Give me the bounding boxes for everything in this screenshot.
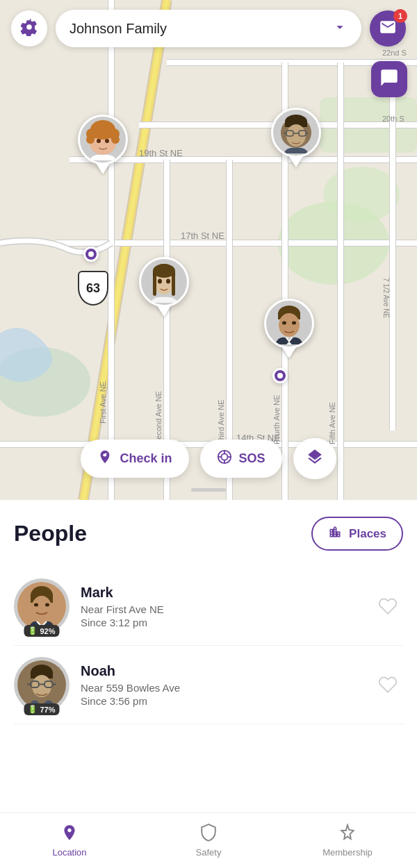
- person-name-noah: Noah: [81, 663, 361, 679]
- battery-icon-noah: 🔋: [28, 705, 38, 714]
- avatar-mark: [264, 299, 314, 349]
- person-name-mark: Mark: [81, 585, 361, 601]
- svg-point-78: [34, 603, 38, 607]
- svg-point-49: [286, 124, 306, 147]
- family-selector[interactable]: Johnson Family: [56, 10, 361, 47]
- envelope-icon: [379, 18, 397, 39]
- person-time-noah: Since 3:56 pm: [81, 695, 361, 707]
- sos-button[interactable]: SOS: [200, 440, 282, 478]
- pin-tail: [157, 306, 171, 317]
- svg-point-59: [158, 279, 162, 284]
- avatar-pin-man-glasses[interactable]: [271, 108, 321, 167]
- battery-icon: 🔋: [28, 626, 38, 635]
- svg-point-43: [111, 135, 120, 144]
- nav-item-location[interactable]: Location: [0, 817, 139, 865]
- app-header: Johnson Family 1: [0, 0, 417, 57]
- pin-tail: [289, 156, 303, 167]
- location-marker-1: [83, 247, 99, 262]
- drag-handle: [191, 488, 226, 492]
- highway-number: 63: [86, 281, 100, 296]
- person-card-mark[interactable]: 🔋 92% Mark Near First Ave NE Since 3:12 …: [14, 567, 403, 646]
- location-nav-label: Location: [52, 847, 86, 858]
- map-view[interactable]: 19th St NE 17th St NE 14th St NE 22nd S …: [0, 0, 417, 500]
- svg-point-2: [323, 167, 400, 222]
- svg-text:20th S: 20th S: [382, 115, 404, 123]
- battery-badge-mark: 🔋 92%: [24, 625, 59, 637]
- svg-rect-61: [153, 275, 156, 296]
- svg-text:Second Ave NE: Second Ave NE: [154, 391, 163, 444]
- svg-text:17th St NE: 17th St NE: [181, 231, 224, 241]
- person-info-mark: Mark Near First Ave NE Since 3:12 pm: [81, 585, 361, 628]
- pin-tail: [282, 347, 296, 358]
- avatar-pin-woman1[interactable]: [78, 115, 128, 174]
- svg-point-44: [97, 139, 101, 143]
- family-name-label: Johnson Family: [70, 21, 167, 37]
- avatar-pin-woman2[interactable]: [139, 257, 189, 317]
- checkin-icon: [97, 449, 113, 468]
- person-location-mark: Near First Ave NE: [81, 603, 361, 615]
- settings-button[interactable]: [11, 10, 47, 47]
- battery-badge-noah: 🔋 77%: [24, 703, 59, 715]
- avatar-wrap-noah: 🔋 77%: [14, 657, 70, 712]
- svg-text:First Ave NE: First Ave NE: [99, 381, 107, 424]
- safety-nav-icon: [199, 824, 218, 844]
- avatar-wrap-mark: 🔋 92%: [14, 578, 70, 634]
- heart-button-mark[interactable]: [373, 591, 403, 621]
- people-title: People: [14, 521, 87, 546]
- avatar-woman2: [139, 257, 189, 307]
- membership-nav-icon: [338, 824, 357, 844]
- checkin-button[interactable]: Check in: [81, 440, 188, 478]
- chat-bubble-button[interactable]: [371, 61, 407, 97]
- avatar-noah: [271, 108, 321, 158]
- sos-icon: [217, 449, 232, 468]
- svg-point-42: [86, 135, 95, 144]
- svg-point-67: [292, 322, 296, 325]
- nav-item-membership[interactable]: Membership: [278, 817, 417, 865]
- svg-text:Fourth Ave NE: Fourth Ave NE: [272, 395, 281, 444]
- battery-percent-noah: 77%: [40, 706, 55, 714]
- chevron-down-icon: [332, 19, 348, 37]
- svg-rect-62: [172, 275, 175, 296]
- battery-percent-mark: 92%: [40, 627, 55, 635]
- svg-point-65: [279, 313, 300, 337]
- svg-text:7 1/2 Ave NE: 7 1/2 Ave NE: [382, 278, 390, 319]
- svg-text:19th St NE: 19th St NE: [139, 148, 183, 158]
- heart-button-noah[interactable]: [373, 669, 403, 700]
- person-info-noah: Noah Near 559 Bowles Ave Since 3:56 pm: [81, 663, 361, 707]
- membership-nav-label: Membership: [322, 847, 373, 858]
- gear-icon: [20, 18, 38, 39]
- places-label: Places: [349, 527, 386, 541]
- svg-point-69: [221, 453, 227, 460]
- svg-point-60: [166, 279, 170, 284]
- chat-icon: [379, 68, 399, 90]
- places-button[interactable]: Places: [311, 517, 403, 551]
- people-header: People Places: [14, 517, 403, 551]
- messages-button[interactable]: 1: [370, 10, 406, 47]
- layers-icon: [306, 448, 324, 469]
- nav-item-safety[interactable]: Safety: [139, 817, 278, 865]
- svg-point-79: [45, 603, 49, 607]
- svg-point-83: [32, 675, 51, 697]
- svg-point-66: [282, 322, 286, 325]
- sos-label: SOS: [239, 451, 265, 466]
- person-card-noah[interactable]: 🔋 77% Noah Near 559 Bowles Ave Since 3:5…: [14, 646, 403, 724]
- places-icon: [328, 525, 342, 542]
- safety-nav-label: Safety: [196, 847, 222, 858]
- person-time-mark: Since 3:12 pm: [81, 617, 361, 628]
- location-nav-icon: [60, 824, 79, 844]
- pin-tail: [96, 163, 110, 174]
- notification-badge: 1: [393, 9, 407, 23]
- person-location-noah: Near 559 Bowles Ave: [81, 682, 361, 694]
- layers-button[interactable]: [293, 438, 336, 479]
- svg-point-58: [153, 264, 175, 278]
- location-marker-2: [272, 368, 288, 383]
- checkin-label: Check in: [120, 451, 172, 466]
- avatar-woman1: [78, 115, 128, 165]
- map-controls: Check in SOS: [0, 438, 417, 479]
- bottom-navigation: Location Safety Membership: [0, 812, 417, 868]
- avatar-pin-mark[interactable]: [264, 299, 314, 358]
- svg-point-45: [105, 139, 109, 143]
